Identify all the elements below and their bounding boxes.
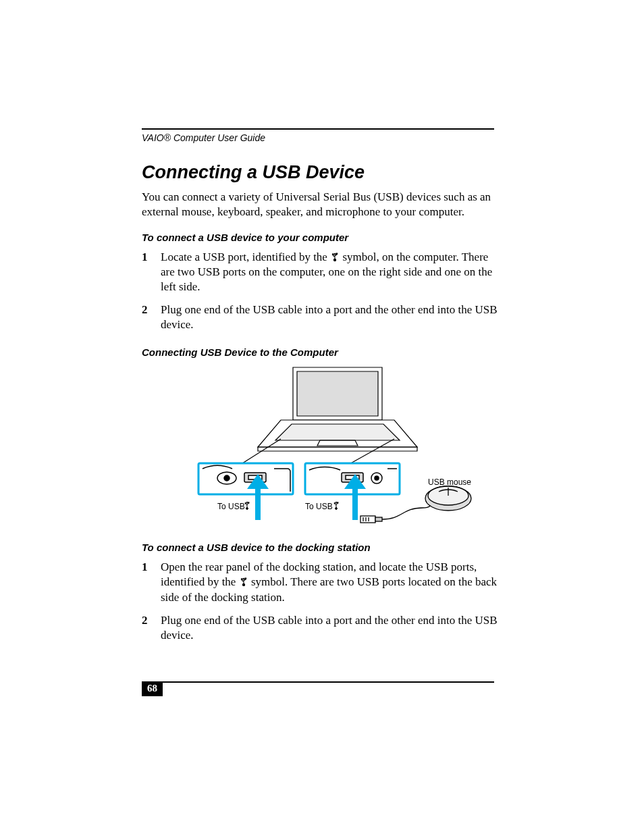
svg-point-9 [224, 475, 230, 481]
figure-usb-connection: To USB To USB USB mouse [180, 363, 531, 525]
step-text-pre: Plug one end of the USB cable into a por… [161, 303, 498, 331]
svg-point-15 [375, 476, 379, 480]
svg-point-18 [245, 503, 246, 504]
step-item: Plug one end of the USB cable into a por… [142, 613, 502, 643]
svg-line-4 [240, 439, 281, 465]
svg-rect-24 [360, 516, 375, 523]
label-to-usb-left: To USB [217, 502, 245, 511]
section-b-steps: Open the rear panel of the docking stati… [142, 560, 502, 642]
svg-point-20 [336, 508, 338, 510]
section-a-heading: To connect a USB device to your computer [142, 232, 502, 243]
svg-rect-3 [336, 253, 338, 255]
svg-point-22 [334, 503, 336, 504]
svg-point-16 [246, 508, 248, 510]
svg-rect-25 [375, 517, 382, 521]
section-a-steps: Locate a USB port, identified by the [142, 250, 502, 332]
svg-point-34 [241, 579, 242, 580]
step-item: Open the rear panel of the docking stati… [142, 560, 502, 604]
label-usb-mouse: USB mouse [428, 477, 471, 487]
svg-rect-23 [338, 502, 338, 503]
step-text-pre: Locate a USB port, identified by the [161, 251, 330, 263]
svg-point-2 [332, 253, 333, 255]
page-number: 68 [142, 681, 163, 696]
intro-paragraph: You can connect a variety of Universal S… [142, 190, 502, 219]
usb-icon [330, 251, 340, 265]
running-head: VAIO® Computer User Guide [142, 132, 502, 143]
usb-icon [239, 575, 248, 590]
page: VAIO® Computer User Guide Connecting a U… [0, 0, 644, 834]
step-item: Plug one end of the USB cable into a por… [142, 303, 502, 332]
section-b-heading: To connect a USB device to the docking s… [142, 542, 502, 553]
page-title: Connecting a USB Device [142, 162, 502, 183]
step-item: Locate a USB port, identified by the [142, 250, 502, 294]
figure-caption: Connecting USB Device to the Computer [142, 346, 502, 358]
footer-rule: 68 [142, 681, 494, 698]
top-rule [142, 128, 494, 130]
svg-rect-35 [245, 578, 246, 579]
label-to-usb-right: To USB [305, 502, 333, 511]
step-text-pre: Plug one end of the USB cable into a por… [161, 614, 498, 642]
svg-rect-19 [248, 502, 249, 503]
